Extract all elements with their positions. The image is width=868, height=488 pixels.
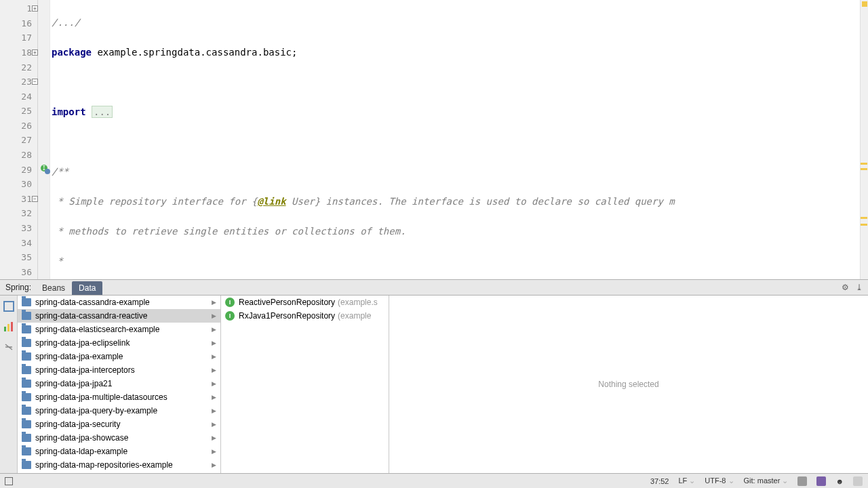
line-separator[interactable]: LF ⌄ [678, 476, 695, 485]
module-label: spring-data-jpa-query-by-example [35, 406, 157, 415]
warning-marker[interactable] [861, 163, 867, 165]
module-label: spring-data-map-repositories-example [35, 460, 173, 470]
svg-rect-5 [11, 322, 13, 331]
repository-item[interactable]: IReactivePersonRepository(example.s [221, 296, 389, 309]
module-label: spring-data-jpa-security [35, 420, 120, 429]
module-icon [22, 339, 31, 347]
tool-window-icon[interactable] [5, 477, 13, 485]
line-number: 28 [0, 148, 37, 163]
line-number: 30 [0, 177, 37, 192]
module-item[interactable]: spring-data-jpa-showcase▶ [18, 431, 220, 445]
module-item[interactable]: spring-data-jpa-eclipselink▶ [18, 336, 220, 350]
module-icon [22, 312, 31, 320]
line-number: 23− [0, 75, 37, 89]
line-number: 27 [0, 133, 37, 148]
panel-toolbar [0, 296, 18, 473]
caret-position[interactable]: 37:52 [650, 477, 669, 485]
repo-name: ReactivePersonRepository [239, 298, 335, 307]
editor-scrollbar[interactable] [860, 0, 868, 279]
module-item[interactable]: spring-data-jpa-security▶ [18, 418, 220, 431]
module-list[interactable]: spring-data-cassandra-example▶spring-dat… [18, 296, 221, 473]
module-label: spring-data-cassandra-reactive [35, 311, 147, 321]
chevron-right-icon: ▶ [212, 367, 216, 373]
warning-marker[interactable] [861, 168, 867, 170]
module-label: spring-data-jpa-interceptors [35, 365, 135, 375]
module-item[interactable]: spring-data-elasticsearch-example▶ [18, 323, 220, 336]
repository-item[interactable]: IRxJava1PersonRepository(example [221, 309, 389, 323]
git-branch[interactable]: Git: master ⌄ [744, 476, 789, 485]
chevron-right-icon: ▶ [212, 394, 216, 401]
status-bar: 37:52 LF ⌄ UTF-8 ⌄ Git: master ⌄ ☻ [0, 473, 868, 488]
line-number: 18+ [0, 45, 37, 60]
module-icon [22, 298, 31, 306]
interface-marker-icon[interactable]: I [40, 164, 51, 175]
module-icon [22, 325, 31, 333]
line-number: 34 [0, 235, 37, 250]
module-icon [22, 434, 31, 442]
memory-icon[interactable] [853, 476, 863, 486]
svg-point-2 [45, 169, 50, 174]
chevron-right-icon: ▶ [212, 340, 216, 346]
warning-marker[interactable] [861, 224, 867, 226]
gear-icon[interactable]: ⚙ [842, 283, 849, 292]
warning-marker[interactable] [861, 217, 867, 219]
module-item[interactable]: spring-data-cassandra-example▶ [18, 296, 220, 309]
spring-panel-tabs: Spring: Beans Data ⚙ ⤓ [0, 279, 868, 296]
link-icon[interactable] [3, 342, 14, 352]
module-item[interactable]: spring-data-jpa-query-by-example▶ [18, 404, 220, 418]
module-item[interactable]: spring-data-jpa-interceptors▶ [18, 363, 220, 377]
svg-rect-4 [7, 324, 9, 331]
module-item[interactable]: spring-data-jpa-example▶ [18, 350, 220, 363]
module-label: spring-data-jpa-showcase [35, 433, 128, 443]
detail-pane: Nothing selected [389, 296, 868, 473]
line-number: 32 [0, 206, 37, 221]
chevron-right-icon: ▶ [212, 312, 216, 319]
module-icon [22, 420, 31, 428]
repo-package: (example [338, 311, 371, 321]
line-number: 17 [0, 30, 37, 45]
line-number: 16 [0, 16, 37, 31]
interface-icon: I [225, 311, 235, 321]
svg-rect-3 [4, 327, 6, 331]
fold-icon[interactable]: + [32, 49, 38, 56]
module-item[interactable]: spring-data-jpa-jpa21▶ [18, 377, 220, 390]
line-number: 33 [0, 221, 37, 236]
code-area[interactable]: /.../ package example.springdata.cassand… [50, 0, 868, 279]
module-icon [22, 380, 31, 388]
repo-name: RxJava1PersonRepository [239, 311, 335, 321]
line-number: 25 [0, 104, 37, 119]
tab-data[interactable]: Data [72, 281, 102, 295]
lock-icon[interactable] [797, 476, 807, 486]
module-item[interactable]: spring-data-jpa-multiple-datasources▶ [18, 390, 220, 404]
file-encoding[interactable]: UTF-8 ⌄ [705, 476, 734, 485]
chevron-right-icon: ▶ [212, 353, 216, 360]
fold-icon[interactable]: − [32, 196, 38, 202]
panel-title: Spring: [0, 283, 35, 292]
chevron-right-icon: ▶ [212, 299, 216, 306]
repository-list[interactable]: IReactivePersonRepository(example.sIRxJa… [221, 296, 389, 473]
view-mode-icon[interactable] [3, 301, 14, 312]
notifications-icon[interactable] [816, 476, 826, 486]
chevron-right-icon: ▶ [212, 462, 216, 468]
module-label: spring-data-jpa-multiple-datasources [35, 392, 167, 402]
fold-icon[interactable]: − [32, 79, 38, 85]
tab-beans[interactable]: Beans [35, 281, 72, 295]
line-number: 36 [0, 264, 37, 279]
minimize-icon[interactable]: ⤓ [856, 283, 863, 292]
inspector-icon[interactable]: ☻ [835, 477, 844, 485]
module-item[interactable]: spring-data-map-repositories-example▶ [18, 458, 220, 472]
marker-column [38, 0, 50, 279]
inspection-marker[interactable] [862, 1, 867, 7]
module-icon [22, 461, 31, 469]
module-label: spring-data-ldap-example [35, 447, 127, 456]
module-label: spring-data-cassandra-example [35, 298, 150, 307]
module-item[interactable]: spring-data-cassandra-reactive▶ [18, 309, 220, 323]
module-icon [22, 447, 31, 455]
chart-icon[interactable] [3, 321, 14, 332]
module-icon [22, 366, 31, 374]
module-item[interactable]: spring-data-ldap-example▶ [18, 445, 220, 458]
chevron-right-icon: ▶ [212, 434, 216, 441]
module-label: spring-data-jpa-jpa21 [35, 379, 112, 388]
spring-panel-body: spring-data-cassandra-example▶spring-dat… [0, 296, 868, 473]
fold-icon[interactable]: + [32, 5, 38, 12]
